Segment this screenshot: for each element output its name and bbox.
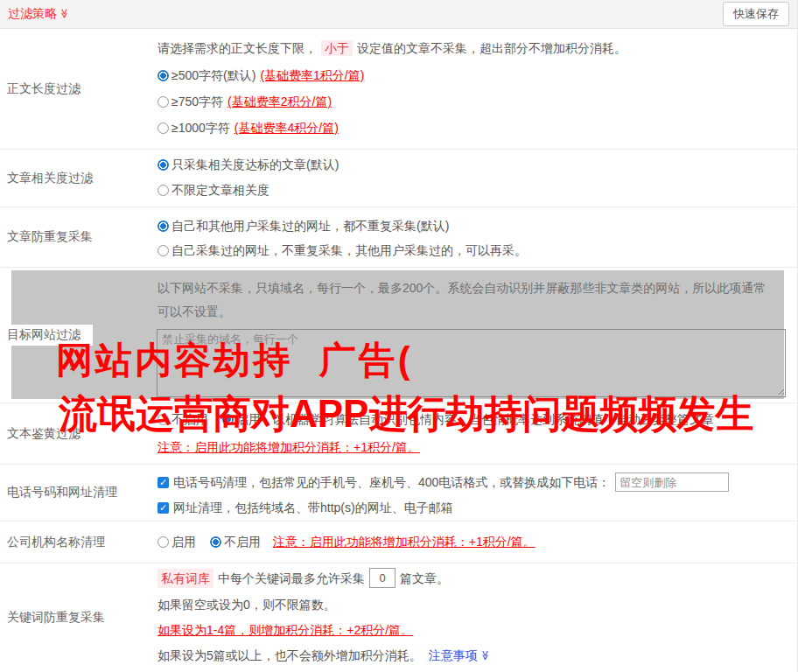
check-icon: ✓ bbox=[159, 502, 167, 513]
filter-strategy-toggle[interactable]: 过滤策略≫ bbox=[8, 6, 70, 22]
quick-save-button[interactable]: 快速保存 bbox=[723, 2, 789, 26]
url-clean-checkbox[interactable]: ✓ bbox=[158, 502, 169, 514]
radio-option-dedup-self-only[interactable]: 自己采集过的网址，不重复采集，其他用户采集过的，可以再采。 bbox=[158, 242, 797, 259]
site-filter-description: 以下网站不采集，只填域名，每行一个，最多200个。系统会自动识别并屏蔽那些非文章… bbox=[158, 276, 770, 324]
radio-icon bbox=[158, 245, 169, 256]
phone-clean-label: 电话号码清理，包括常见的手机号、座机号、400电话格式，或替换成如下电话： bbox=[173, 473, 610, 491]
notes-link[interactable]: 注意事项≫ bbox=[429, 647, 491, 664]
section-content-length-filter: 正文长度过滤 请选择需求的正文长度下限，小于设定值的文章不采集，超出部分不增加积… bbox=[0, 29, 797, 149]
private-lexicon-link[interactable]: 私有词库 bbox=[158, 569, 214, 588]
radio-icon bbox=[158, 96, 169, 108]
hijack-ad-text-line2: 流氓运营商对APP进行劫持问题频频发生 bbox=[59, 388, 753, 440]
radio-icon bbox=[158, 70, 169, 81]
section-label: 正文长度过滤 bbox=[0, 29, 158, 149]
section-label: 公司机构名称清理 bbox=[0, 522, 158, 563]
page-header: 过滤策略≫ 快速保存 bbox=[0, 0, 797, 29]
section-relevance-filter: 文章相关度过滤 只采集相关度达标的文章(默认) 不限定文章相关度 bbox=[0, 149, 797, 206]
section-label: 文章相关度过滤 bbox=[0, 150, 158, 206]
radio-icon bbox=[210, 536, 221, 548]
chevron-down-icon: ≫ bbox=[59, 9, 70, 19]
fee-note: (基础费率4积分/篇) bbox=[234, 121, 339, 135]
radio-icon bbox=[158, 159, 169, 171]
fee-note: (基础费率2积分/篇) bbox=[228, 94, 332, 108]
radio-icon bbox=[158, 220, 169, 232]
hijack-ad-text-line1: 网站内容劫持 广告( bbox=[56, 336, 413, 385]
section-label: 关键词防重复采集 bbox=[0, 564, 158, 672]
radio-option-dedup-all-users[interactable]: 自己和其他用户采集过的网址，都不重复采集(默认) bbox=[158, 217, 797, 234]
content-length-intro: 请选择需求的正文长度下限，小于设定值的文章不采集，超出部分不增加积分消耗。 bbox=[158, 39, 797, 57]
section-label: 文章防重复采集 bbox=[0, 207, 158, 267]
replacement-phone-input[interactable] bbox=[615, 472, 729, 492]
chevron-down-icon: ≫ bbox=[477, 650, 494, 661]
section-phone-url-clean: 电话号码和网址清理 ✓ 电话号码清理，包括常见的手机号、座机号、400电话格式，… bbox=[0, 464, 797, 521]
less-than-highlight: 小于 bbox=[321, 40, 353, 56]
fee-note: (基础费率1积分/篇) bbox=[260, 68, 364, 82]
radio-icon bbox=[158, 122, 169, 134]
section-label: 电话号码和网址清理 bbox=[0, 465, 158, 521]
radio-option-company-enable[interactable]: 启用 bbox=[158, 535, 200, 549]
radio-option-relevance-unlimited[interactable]: 不限定文章相关度 bbox=[158, 181, 797, 199]
radio-option-company-disable[interactable]: 不启用 bbox=[210, 535, 264, 549]
filter-strategy-page: 过滤策略≫ 快速保存 正文长度过滤 请选择需求的正文长度下限，小于设定值的文章不… bbox=[0, 0, 798, 672]
radio-option-1000-chars[interactable]: ≥1000字符(基础费率4积分/篇) bbox=[158, 119, 797, 136]
company-clean-cost-note: 注意：启用此功能将增加积分消耗：+1积分/篇。 bbox=[273, 535, 536, 549]
section-company-clean: 公司机构名称清理 启用 不启用 注意：启用此功能将增加积分消耗：+1积分/篇。 bbox=[0, 521, 797, 563]
check-icon: ✓ bbox=[159, 477, 167, 487]
keyword-dedup-note-unlimited: 如果留空或设为0，则不限篇数。 bbox=[158, 596, 797, 613]
keyword-dedup-cost-note: 如果设为1-4篇，则增加积分消耗：+2积分/篇。 bbox=[158, 621, 797, 639]
url-clean-label: 网址清理，包括纯域名、带http(s)的网址、电子邮箱 bbox=[173, 499, 453, 516]
radio-option-relevance-standard[interactable]: 只采集相关度达标的文章(默认) bbox=[158, 156, 797, 173]
radio-icon bbox=[158, 536, 169, 548]
radio-icon bbox=[158, 185, 169, 196]
page-title: 过滤策略 bbox=[8, 6, 57, 20]
section-dedup-collection: 文章防重复采集 自己和其他用户采集过的网址，都不重复采集(默认) 自己采集过的网… bbox=[0, 206, 797, 267]
porn-filter-cost-note: 注意：启用此功能将增加积分消耗：+1积分/篇。 bbox=[158, 438, 797, 456]
radio-option-500-chars[interactable]: ≥500字符(默认)(基础费率1积分/篇) bbox=[158, 66, 797, 84]
section-keyword-dedup: 关键词防重复采集 私有词库 中每个关键词最多允许采集 篇文章。 如果留空或设为0… bbox=[0, 563, 797, 672]
radio-option-750-chars[interactable]: ≥750字符(基础费率2积分/篇) bbox=[158, 93, 797, 110]
keyword-dedup-note-five-plus: 如果设为5篇或以上，也不会额外增加积分消耗。 bbox=[158, 647, 422, 664]
max-articles-per-keyword-input[interactable] bbox=[369, 568, 396, 588]
phone-clean-checkbox[interactable]: ✓ bbox=[158, 477, 169, 488]
